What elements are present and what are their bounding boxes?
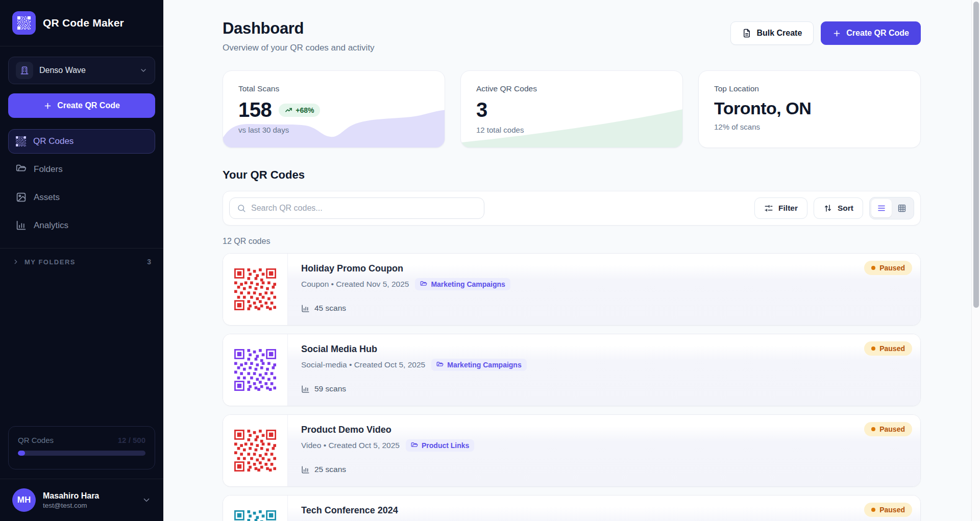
qr-title: Tech Conference 2024	[301, 505, 907, 516]
grid-icon	[897, 204, 906, 213]
total-scans-value: 158	[238, 98, 272, 121]
workspace-selector[interactable]: Denso Wave	[8, 57, 155, 84]
stat-card-top-location: Top Location Toronto, ON 12% of scans	[698, 70, 921, 148]
filter-sliders-icon	[764, 204, 773, 213]
qr-row-tech-conference[interactable]: Tech Conference 2024 Paused	[223, 495, 921, 521]
user-email: test@test.com	[43, 502, 135, 509]
trend-badge: +68%	[279, 104, 320, 117]
usage-label: QR Codes	[18, 436, 54, 444]
bulk-create-button[interactable]: Bulk Create	[730, 21, 814, 45]
create-qr-code-button[interactable]: Create QR Code	[821, 21, 921, 45]
qr-title: Holiday Promo Coupon	[301, 263, 907, 274]
trending-up-icon	[285, 106, 292, 114]
status-badge-paused: Paused	[864, 422, 912, 436]
view-toggle	[869, 197, 914, 219]
status-dot	[871, 508, 875, 512]
sidebar-body: Denso Wave Create QR Code QR Codes	[0, 46, 163, 238]
qr-title: Social Media Hub	[301, 344, 907, 355]
scrollbar-thumb[interactable]	[973, 2, 979, 308]
user-name: Masahiro Hara	[43, 491, 135, 501]
usage-card: QR Codes 12 / 500	[8, 426, 155, 469]
grid-view-button[interactable]	[892, 199, 912, 217]
scrollbar[interactable]	[971, 0, 980, 521]
page-header: Dashboard Overview of your QR codes and …	[223, 19, 921, 53]
stats-row: Total Scans 158 +68% vs last 30 days Act…	[223, 70, 921, 148]
chevron-down-icon	[139, 66, 148, 75]
top-location-value: Toronto, ON	[714, 98, 811, 118]
sort-button[interactable]: Sort	[814, 197, 863, 219]
qr-meta: Coupon • Created Nov 5, 2025	[301, 280, 409, 289]
sidebar-nav: QR Codes Folders Assets Analytics	[8, 129, 155, 238]
main-content: Dashboard Overview of your QR codes and …	[163, 0, 980, 521]
folder-chip[interactable]: Marketing Campaigns	[415, 278, 510, 290]
bar-chart-icon	[301, 304, 310, 313]
avatar: MH	[12, 488, 36, 512]
sidebar: QR Code Maker Denso Wave Create QR Code	[0, 0, 163, 521]
app-root: QR Code Maker Denso Wave Create QR Code	[0, 0, 980, 521]
list-view-button[interactable]	[871, 199, 892, 217]
qr-thumbnail	[234, 268, 276, 310]
file-text-icon	[742, 29, 751, 38]
qr-meta: Video • Created Oct 5, 2025	[301, 441, 400, 450]
status-badge-paused: Paused	[864, 503, 912, 517]
active-codes-value: 3	[476, 98, 487, 121]
search-input[interactable]	[251, 204, 477, 213]
plus-icon	[43, 102, 52, 110]
chevron-down-icon	[142, 495, 151, 505]
folder-chip[interactable]: Product Links	[406, 439, 474, 452]
chevron-right-icon	[12, 258, 19, 265]
qr-meta: Social-media • Created Oct 5, 2025	[301, 360, 425, 369]
status-badge-paused: Paused	[864, 341, 912, 356]
plus-icon	[832, 29, 841, 38]
app-logo-qr-icon	[12, 11, 36, 35]
stat-card-total-scans: Total Scans 158 +68% vs last 30 days	[223, 70, 445, 148]
qr-scans: 45 scans	[301, 304, 907, 313]
sidebar-header: QR Code Maker	[0, 0, 163, 46]
status-dot	[871, 427, 875, 431]
qr-list-toolbar: Filter Sort	[223, 191, 921, 226]
qr-codes-icon	[16, 136, 26, 146]
search-icon	[237, 204, 246, 213]
sidebar-item-analytics[interactable]: Analytics	[8, 213, 155, 238]
my-folders-toggle[interactable]: MY FOLDERS 3	[0, 249, 163, 275]
usage-progress-bar	[18, 451, 145, 456]
qr-list-heading: Your QR Codes	[223, 168, 921, 182]
sidebar-item-assets[interactable]: Assets	[8, 185, 155, 210]
folder-icon	[411, 442, 418, 449]
sidebar-create-qr-button[interactable]: Create QR Code	[8, 93, 155, 118]
sidebar-item-qr-codes[interactable]: QR Codes	[8, 129, 155, 154]
qr-scans: 59 scans	[301, 384, 907, 393]
qr-count-label: 12 QR codes	[223, 237, 921, 246]
folder-icon	[16, 164, 27, 175]
qr-thumbnail	[234, 430, 276, 472]
sidebar-spacer	[0, 275, 163, 426]
qr-row-product-demo-video[interactable]: Product Demo Video Video • Created Oct 5…	[223, 414, 921, 487]
app-title: QR Code Maker	[43, 17, 124, 29]
stat-card-active-codes: Active QR Codes 3 12 total codes	[460, 70, 683, 148]
status-badge-paused: Paused	[864, 261, 912, 275]
my-folders-label: MY FOLDERS	[24, 258, 142, 266]
page-subtitle: Overview of your QR codes and activity	[223, 43, 375, 53]
my-folders-count: 3	[147, 258, 151, 266]
list-icon	[877, 204, 886, 213]
building-icon	[16, 62, 33, 79]
page-title: Dashboard	[223, 19, 375, 38]
folder-icon	[436, 361, 444, 368]
bar-chart-icon	[16, 220, 27, 231]
folder-icon	[420, 281, 427, 288]
qr-thumbnail	[234, 349, 276, 391]
folder-chip[interactable]: Marketing Campaigns	[431, 359, 526, 371]
qr-row-social-media-hub[interactable]: Social Media Hub Social-media • Created …	[223, 334, 921, 406]
sort-arrows-icon	[823, 204, 832, 213]
usage-value: 12 / 500	[118, 436, 145, 444]
qr-row-holiday-promo[interactable]: Holiday Promo Coupon Coupon • Created No…	[223, 253, 921, 326]
sidebar-item-folders[interactable]: Folders	[8, 157, 155, 182]
bar-chart-icon	[301, 385, 310, 393]
usage-progress-fill	[18, 451, 25, 456]
filter-button[interactable]: Filter	[754, 197, 807, 219]
workspace-name: Denso Wave	[39, 66, 133, 75]
user-menu[interactable]: MH Masahiro Hara test@test.com	[0, 479, 163, 521]
status-dot	[871, 346, 875, 351]
image-icon	[16, 192, 27, 203]
search-input-wrapper	[229, 197, 484, 219]
